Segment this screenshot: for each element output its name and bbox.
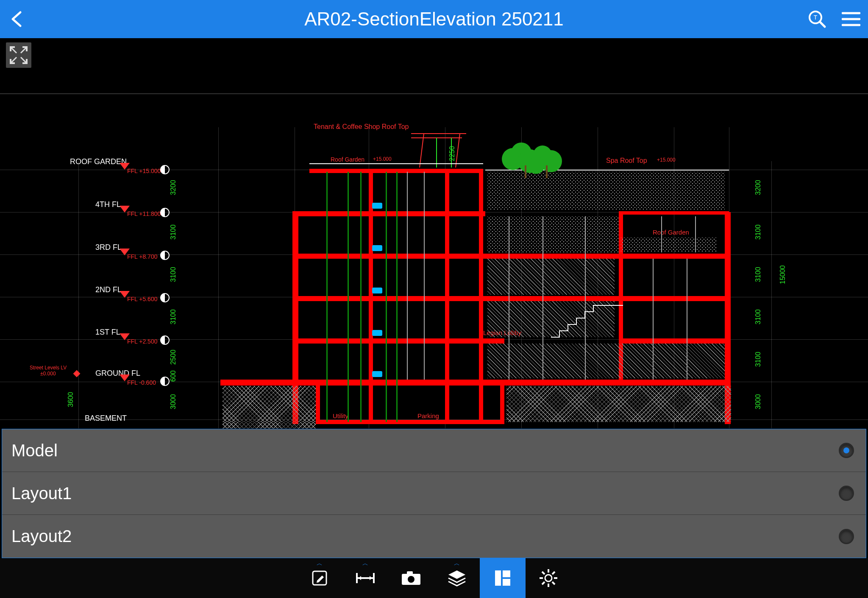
back-button[interactable] <box>4 6 30 32</box>
svg-line-41 <box>552 582 555 584</box>
chevron-up-icon: ︿ <box>317 560 323 567</box>
camera-tool-button[interactable] <box>388 558 434 598</box>
svg-rect-34 <box>503 579 510 586</box>
settings-tool-button[interactable] <box>526 558 571 598</box>
radio-icon <box>839 443 854 458</box>
layouts-tool-button[interactable] <box>480 558 526 598</box>
svg-line-9 <box>11 57 17 62</box>
magnifier-icon: T <box>808 10 826 28</box>
svg-line-1 <box>820 22 825 27</box>
svg-rect-33 <box>503 570 510 577</box>
zoom-extents-button[interactable]: T <box>804 6 830 32</box>
layout-option-layout1[interactable]: Layout1 <box>2 472 866 515</box>
fixture-icon <box>372 245 382 251</box>
edit-icon <box>310 569 329 587</box>
svg-rect-32 <box>495 570 501 586</box>
layout-option-label: Layout1 <box>11 484 72 503</box>
layout-option-model[interactable]: Model <box>2 429 866 472</box>
fixture-icon <box>372 371 382 377</box>
svg-line-42 <box>552 572 555 574</box>
svg-line-6 <box>11 48 17 53</box>
layout-option-layout2[interactable]: Layout2 <box>2 515 866 558</box>
fullscreen-button[interactable] <box>6 42 31 68</box>
svg-rect-29 <box>407 571 413 575</box>
svg-point-21 <box>528 157 545 174</box>
layers-icon <box>447 569 467 587</box>
radio-icon <box>839 529 854 544</box>
menu-button[interactable] <box>838 6 864 32</box>
document-title: AR02-SectionElevation 250211 <box>304 8 564 30</box>
measure-icon <box>354 569 376 587</box>
svg-point-35 <box>545 575 552 581</box>
svg-line-8 <box>21 57 26 62</box>
drawing-canvas[interactable]: ROOF GARDEN FFL +15.000 4TH FL FFL +11.8… <box>0 93 868 428</box>
fixture-icon <box>372 203 382 209</box>
building-structure <box>0 93 868 428</box>
layout-option-label: Layout2 <box>11 527 72 546</box>
chevron-up-icon: ︿ <box>454 560 460 567</box>
hamburger-icon <box>842 11 860 28</box>
svg-line-40 <box>542 572 545 574</box>
bottom-toolbar: ︿ ︿ ︿ <box>0 558 868 598</box>
expand-icon <box>10 46 28 64</box>
svg-line-7 <box>21 48 26 53</box>
chevron-left-icon <box>8 11 25 28</box>
layout-panel: Model Layout1 Layout2 <box>2 429 866 558</box>
fixture-icon <box>372 288 382 293</box>
svg-marker-31 <box>448 570 465 579</box>
tree-icon <box>496 140 572 178</box>
stair-icon <box>551 301 623 339</box>
layout-option-label: Model <box>11 441 58 460</box>
svg-point-30 <box>408 576 415 583</box>
layouts-icon <box>493 569 512 587</box>
measure-tool-button[interactable]: ︿ <box>342 558 388 598</box>
chevron-up-icon: ︿ <box>362 560 368 567</box>
gear-icon <box>539 568 558 588</box>
radio-icon <box>839 486 854 501</box>
fixture-icon <box>372 330 382 336</box>
camera-icon <box>400 569 422 587</box>
svg-text:T: T <box>814 14 818 21</box>
layers-tool-button[interactable]: ︿ <box>434 558 480 598</box>
edit-tool-button[interactable]: ︿ <box>297 558 342 598</box>
svg-line-43 <box>542 582 545 584</box>
app-header: AR02-SectionElevation 250211 T <box>0 0 868 38</box>
